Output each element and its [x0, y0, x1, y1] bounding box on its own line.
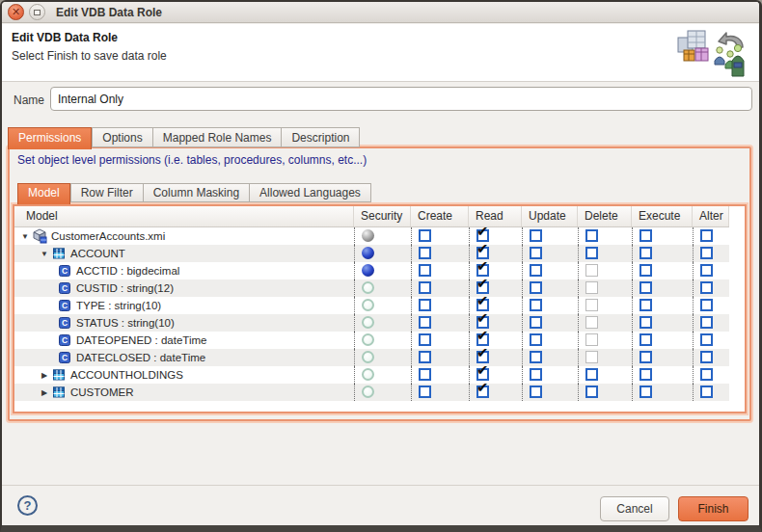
create-checkbox[interactable] [419, 351, 431, 363]
execute-cell [632, 384, 693, 401]
column-header-security: Security [354, 206, 411, 226]
table-body: ▼CustomerAccounts.xmi✔▼ACCOUNT✔CACCTID :… [14, 227, 745, 401]
delete-cell [578, 262, 632, 279]
tables-icon [678, 31, 708, 61]
help-icon[interactable]: ? [17, 495, 38, 516]
svg-text:C: C [62, 266, 68, 276]
create-checkbox[interactable] [419, 299, 431, 311]
read-checkbox[interactable]: ✔ [476, 333, 489, 346]
update-checkbox[interactable] [530, 264, 542, 277]
execute-checkbox[interactable] [640, 333, 652, 346]
update-checkbox[interactable] [530, 281, 542, 294]
collapse-toggle-icon[interactable]: ▼ [38, 250, 51, 258]
read-checkbox[interactable]: ✔ [476, 229, 489, 242]
svg-text:C: C [62, 335, 68, 345]
create-checkbox[interactable] [419, 386, 431, 398]
alter-checkbox[interactable] [700, 281, 713, 294]
update-checkbox[interactable] [530, 247, 542, 259]
subtab-model[interactable]: Model [17, 183, 70, 204]
update-checkbox[interactable] [530, 351, 542, 363]
create-cell [411, 384, 469, 401]
alter-checkbox[interactable] [700, 247, 713, 259]
cancel-button[interactable]: Cancel [600, 496, 669, 521]
alter-checkbox[interactable] [700, 316, 713, 329]
row-label: ACCOUNT [70, 248, 125, 259]
hollow-sphere-icon [362, 281, 374, 294]
update-cell [522, 262, 578, 279]
read-checkbox[interactable]: ✔ [476, 368, 489, 381]
execute-checkbox[interactable] [640, 229, 652, 242]
tab-options[interactable]: Options [92, 127, 151, 147]
alter-checkbox[interactable] [700, 333, 713, 346]
delete-checkbox[interactable] [585, 368, 598, 381]
delete-checkbox [585, 333, 598, 346]
collapse-toggle-icon[interactable]: ▼ [18, 232, 32, 241]
finish-button[interactable]: Finish [678, 496, 748, 521]
delete-checkbox[interactable] [585, 386, 598, 398]
close-icon[interactable]: ✕ [8, 4, 24, 20]
execute-checkbox[interactable] [640, 386, 652, 398]
update-checkbox[interactable] [530, 229, 542, 242]
execute-checkbox[interactable] [640, 351, 652, 363]
expand-toggle-icon[interactable]: ▶ [38, 388, 51, 397]
maximize-icon[interactable] [29, 4, 45, 20]
delete-checkbox[interactable] [585, 229, 598, 242]
create-checkbox[interactable] [419, 316, 431, 329]
delete-checkbox[interactable] [585, 247, 598, 259]
update-checkbox[interactable] [530, 333, 542, 346]
execute-checkbox[interactable] [640, 281, 652, 294]
execute-checkbox[interactable] [640, 368, 652, 381]
execute-checkbox[interactable] [640, 247, 652, 259]
update-checkbox[interactable] [530, 316, 542, 329]
alter-checkbox[interactable] [700, 299, 713, 311]
window-title: Edit VDB Data Role [56, 6, 162, 19]
table-row: CACCTID : bigdecimal✔ [14, 262, 729, 279]
update-checkbox[interactable] [530, 299, 542, 311]
name-input[interactable] [50, 87, 752, 111]
update-cell [522, 297, 578, 314]
alter-checkbox[interactable] [700, 386, 713, 398]
expand-toggle-icon[interactable]: ▶ [38, 371, 51, 380]
read-checkbox[interactable]: ✔ [476, 281, 489, 294]
security-cell [354, 262, 411, 279]
update-checkbox[interactable] [530, 386, 542, 398]
create-checkbox[interactable] [419, 368, 431, 381]
tab-mapped-role-names[interactable]: Mapped Role Names [152, 127, 282, 147]
execute-checkbox[interactable] [640, 264, 652, 277]
update-checkbox[interactable] [530, 368, 542, 381]
delete-cell [578, 279, 632, 297]
read-checkbox[interactable]: ✔ [476, 351, 489, 363]
execute-checkbox[interactable] [640, 316, 652, 329]
subtab-allowed-languages[interactable]: Allowed Languages [249, 183, 371, 202]
alter-checkbox[interactable] [700, 264, 713, 277]
alter-cell [693, 366, 729, 384]
delete-cell [578, 314, 632, 332]
tab-description[interactable]: Description [281, 127, 360, 147]
alter-checkbox[interactable] [700, 229, 713, 242]
read-checkbox[interactable]: ✔ [476, 316, 489, 329]
read-cell: ✔ [469, 384, 522, 401]
tab-permissions[interactable]: Permissions [8, 127, 92, 149]
execute-checkbox[interactable] [640, 299, 652, 311]
checkmark-icon: ✔ [476, 366, 489, 379]
column-header-execute: Execute [632, 206, 693, 226]
create-checkbox[interactable] [419, 247, 431, 259]
create-checkbox[interactable] [419, 333, 431, 346]
read-checkbox[interactable]: ✔ [476, 386, 489, 398]
create-checkbox[interactable] [419, 264, 431, 277]
read-checkbox[interactable]: ✔ [476, 299, 489, 311]
subtab-row-filter[interactable]: Row Filter [70, 183, 143, 202]
create-checkbox[interactable] [419, 229, 431, 242]
read-checkbox[interactable]: ✔ [476, 264, 489, 277]
permissions-table: ModelSecurityCreateReadUpdateDeleteExecu… [13, 204, 747, 413]
read-checkbox[interactable]: ✔ [476, 247, 489, 259]
delete-checkbox [585, 281, 598, 294]
create-checkbox[interactable] [419, 281, 431, 294]
subtab-column-masking[interactable]: Column Masking [143, 183, 249, 202]
alter-cell [693, 297, 729, 314]
update-cell [522, 314, 578, 332]
alter-checkbox[interactable] [700, 351, 713, 363]
column-header-model: Model [14, 206, 354, 226]
alter-checkbox[interactable] [700, 368, 713, 381]
execute-cell [632, 332, 693, 349]
